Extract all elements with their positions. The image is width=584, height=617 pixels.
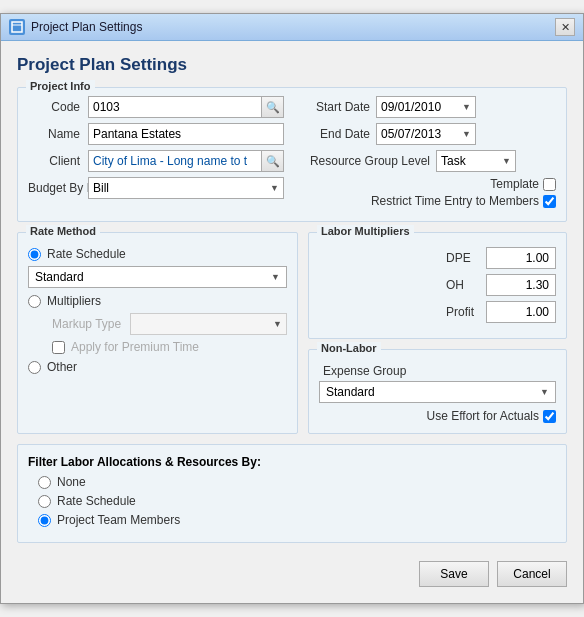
use-effort-checkbox[interactable] (543, 410, 556, 423)
non-labor-label: Non-Labor (317, 342, 381, 354)
page-title: Project Plan Settings (17, 55, 567, 75)
client-row: Client 🔍 (28, 150, 284, 172)
expense-group-value: Standard (326, 385, 375, 399)
non-labor-section: Non-Labor Expense Group Standard ▼ Use E… (308, 349, 567, 434)
window-body: Project Plan Settings Project Info Code … (1, 41, 583, 603)
template-checkbox[interactable] (543, 178, 556, 191)
other-radio-row: Other (28, 360, 287, 374)
start-date-input[interactable]: 09/01/2010 ▼ (376, 96, 476, 118)
code-input-wrapper: 🔍 (88, 96, 284, 118)
profit-row: Profit 1.00 (319, 301, 556, 323)
client-input-wrapper: 🔍 (88, 150, 284, 172)
budget-dropdown-arrow: ▼ (270, 183, 279, 193)
restrict-checkbox[interactable] (543, 195, 556, 208)
name-label: Name (28, 127, 80, 141)
code-label: Code (28, 100, 80, 114)
cancel-button[interactable]: Cancel (497, 561, 567, 587)
name-row: Name (28, 123, 284, 145)
client-label: Client (28, 154, 80, 168)
multipliers-radio-label: Multipliers (47, 294, 101, 308)
other-radio-label: Other (47, 360, 77, 374)
main-window: Project Plan Settings ✕ Project Plan Set… (0, 13, 584, 604)
client-search-icon: 🔍 (266, 155, 280, 168)
expense-group-label: Expense Group (319, 364, 556, 378)
profit-value-box[interactable]: 1.00 (486, 301, 556, 323)
title-bar-text: Project Plan Settings (31, 20, 142, 34)
end-date-input[interactable]: 05/07/2013 ▼ (376, 123, 476, 145)
budget-dropdown[interactable]: Bill ▼ (88, 177, 284, 199)
premium-time-row: Apply for Premium Time (28, 340, 287, 354)
search-icon: 🔍 (266, 101, 280, 114)
dpe-value-box[interactable]: 1.00 (486, 247, 556, 269)
template-label: Template (490, 177, 539, 191)
resource-dropdown[interactable]: Task ▼ (436, 150, 516, 172)
resource-value: Task (441, 154, 466, 168)
project-info-label: Project Info (26, 80, 95, 92)
rate-schedule-dropdown[interactable]: Standard ▼ (28, 266, 287, 288)
start-date-value: 09/01/2010 (381, 100, 441, 114)
restrict-label: Restrict Time Entry to Members (371, 194, 539, 208)
budget-row: Budget By Rate Bill ▼ (28, 177, 284, 199)
svg-rect-0 (12, 22, 22, 32)
filter-rate-schedule-radio[interactable] (38, 495, 51, 508)
start-date-label: Start Date (300, 100, 370, 114)
filter-radios: None Rate Schedule Project Team Members (28, 475, 556, 527)
code-input[interactable] (88, 96, 262, 118)
oh-value: 1.30 (526, 278, 549, 292)
other-radio[interactable] (28, 361, 41, 374)
filter-none-label: None (57, 475, 86, 489)
labor-multipliers-section: Labor Multipliers DPE 1.00 OH 1.30 (308, 232, 567, 339)
rate-method-label: Rate Method (26, 225, 100, 237)
restrict-row: Restrict Time Entry to Members (300, 194, 556, 208)
end-date-label: End Date (300, 127, 370, 141)
premium-time-checkbox[interactable] (52, 341, 65, 354)
rate-schedule-dropdown-arrow: ▼ (271, 272, 280, 282)
code-row: Code 🔍 (28, 96, 284, 118)
rate-method-section: Rate Method Rate Schedule Standard ▼ Mul… (17, 232, 298, 434)
use-effort-label: Use Effort for Actuals (427, 409, 540, 423)
multipliers-radio-row: Multipliers (28, 294, 287, 308)
markup-type-dropdown[interactable]: ▼ (130, 313, 287, 335)
labor-multipliers-label: Labor Multipliers (317, 225, 414, 237)
start-date-arrow: ▼ (462, 102, 471, 112)
client-input[interactable] (88, 150, 262, 172)
rate-schedule-radio[interactable] (28, 248, 41, 261)
code-search-button[interactable]: 🔍 (262, 96, 284, 118)
client-search-button[interactable]: 🔍 (262, 150, 284, 172)
close-button[interactable]: ✕ (555, 18, 575, 36)
middle-row: Rate Method Rate Schedule Standard ▼ Mul… (17, 232, 567, 444)
save-button[interactable]: Save (419, 561, 489, 587)
expense-group-dropdown[interactable]: Standard ▼ (319, 381, 556, 403)
template-row: Template (300, 177, 556, 191)
resource-label: Resource Group Level (300, 154, 430, 168)
filter-project-team-label: Project Team Members (57, 513, 180, 527)
resource-dropdown-arrow: ▼ (502, 156, 511, 166)
filter-rate-schedule-label: Rate Schedule (57, 494, 136, 508)
filter-project-team-radio[interactable] (38, 514, 51, 527)
project-info-grid: Code 🔍 Name (28, 96, 556, 211)
oh-label: OH (446, 278, 486, 292)
title-bar: Project Plan Settings ✕ (1, 14, 583, 41)
end-date-value: 05/07/2013 (381, 127, 441, 141)
markup-type-row: Markup Type ▼ (28, 313, 287, 335)
name-input[interactable] (88, 123, 284, 145)
filter-none-radio[interactable] (38, 476, 51, 489)
markup-type-label: Markup Type (52, 317, 124, 331)
budget-value: Bill (93, 181, 109, 195)
oh-row: OH 1.30 (319, 274, 556, 296)
budget-label: Budget By Rate (28, 181, 80, 195)
dpe-label: DPE (446, 251, 486, 265)
app-icon (9, 19, 25, 35)
multipliers-radio[interactable] (28, 295, 41, 308)
title-bar-left: Project Plan Settings (9, 19, 142, 35)
filter-title: Filter Labor Allocations & Resources By: (28, 455, 556, 469)
use-effort-row: Use Effort for Actuals (319, 409, 556, 423)
premium-time-label: Apply for Premium Time (71, 340, 199, 354)
rate-schedule-radio-label: Rate Schedule (47, 247, 126, 261)
oh-value-box[interactable]: 1.30 (486, 274, 556, 296)
project-info-section: Project Info Code 🔍 (17, 87, 567, 222)
expense-dropdown-arrow: ▼ (540, 387, 549, 397)
bottom-bar: Save Cancel (17, 553, 567, 589)
rate-schedule-value: Standard (35, 270, 84, 284)
right-panel: Labor Multipliers DPE 1.00 OH 1.30 (308, 232, 567, 444)
